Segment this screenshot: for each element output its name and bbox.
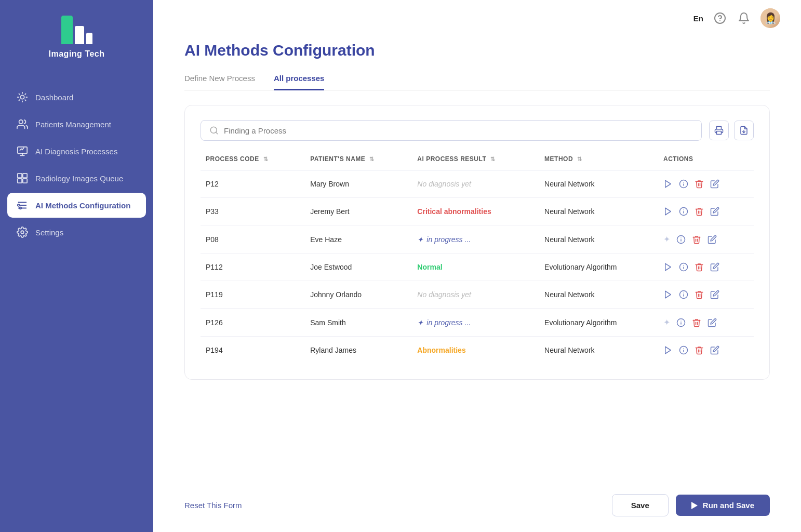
table-row: P194Ryland JamesAbnormalitiesNeural Netw… bbox=[201, 337, 754, 364]
export-button[interactable] bbox=[734, 121, 754, 140]
play-button-row-3[interactable] bbox=[663, 262, 673, 272]
info-button-row-0[interactable] bbox=[679, 179, 688, 189]
delete-button-row-5[interactable] bbox=[692, 318, 701, 327]
cell-code: P12 bbox=[201, 170, 305, 198]
play-button-row-5[interactable]: ✦ bbox=[663, 317, 670, 327]
delete-button-row-0[interactable] bbox=[695, 179, 704, 189]
help-icon[interactable] bbox=[713, 11, 727, 25]
notifications-icon[interactable] bbox=[737, 11, 751, 25]
page-footer: Reset This Form Save Run and Save bbox=[153, 483, 801, 532]
cell-result: Normal bbox=[412, 254, 539, 281]
radiology-icon bbox=[17, 172, 28, 184]
svg-point-1 bbox=[19, 120, 23, 124]
ai-diagnosis-icon bbox=[17, 145, 28, 157]
edit-button-row-5[interactable] bbox=[707, 318, 717, 327]
cell-result: ✦in progress ... bbox=[412, 225, 539, 254]
avatar-image: 👩‍⚕️ bbox=[760, 8, 780, 28]
search-icon bbox=[209, 126, 219, 135]
table-row: P126Sam Smith✦in progress ...Evolutionar… bbox=[201, 309, 754, 337]
table-row: P112Joe EstwoodNormalEvolutionary Algori… bbox=[201, 254, 754, 281]
svg-point-13 bbox=[21, 231, 24, 234]
cell-actions bbox=[658, 254, 754, 281]
tab-all-processes[interactable]: All processes bbox=[274, 74, 325, 90]
play-button-row-0[interactable] bbox=[663, 179, 673, 189]
main-content: En 👩‍⚕️ AI Methods Configuration Define … bbox=[153, 0, 801, 532]
tab-define-new-process[interactable]: Define New Process bbox=[184, 74, 255, 90]
sidebar-label-settings: Settings bbox=[35, 228, 63, 237]
edit-button-row-2[interactable] bbox=[707, 235, 717, 244]
topbar: En 👩‍⚕️ bbox=[153, 0, 801, 36]
sort-icon-result[interactable]: ⇅ bbox=[490, 156, 496, 162]
cell-actions bbox=[658, 170, 754, 198]
sidebar-label-ai-methods: AI Methods Configuration bbox=[35, 201, 130, 210]
search-input-wrap[interactable] bbox=[201, 120, 702, 141]
page-title: AI Methods Configuration bbox=[184, 42, 770, 59]
footer-buttons: Save Run and Save bbox=[612, 494, 770, 516]
play-button-row-4[interactable] bbox=[663, 290, 673, 299]
cell-name: Jeremy Bert bbox=[305, 198, 412, 225]
info-button-row-6[interactable] bbox=[679, 345, 688, 355]
cell-result: Abnormalities bbox=[412, 337, 539, 364]
sidebar-item-ai-diagnosis[interactable]: AI Diagnosis Processes bbox=[7, 139, 146, 164]
info-button-row-5[interactable] bbox=[676, 318, 686, 327]
edit-button-row-6[interactable] bbox=[710, 345, 719, 355]
svg-marker-33 bbox=[665, 263, 671, 271]
info-button-row-4[interactable] bbox=[679, 290, 688, 299]
delete-button-row-1[interactable] bbox=[695, 207, 704, 216]
page-content: AI Methods Configuration Define New Proc… bbox=[153, 36, 801, 483]
sidebar-item-settings[interactable]: Settings bbox=[7, 220, 146, 245]
edit-button-row-4[interactable] bbox=[710, 290, 719, 299]
cell-method: Neural Network bbox=[539, 198, 658, 225]
save-button[interactable]: Save bbox=[612, 494, 669, 516]
svg-marker-26 bbox=[665, 208, 671, 215]
language-selector[interactable]: En bbox=[693, 14, 703, 23]
sidebar-label-dashboard: Dashboard bbox=[35, 93, 73, 102]
play-button-row-1[interactable] bbox=[663, 207, 673, 216]
play-button-row-6[interactable] bbox=[663, 345, 673, 355]
svg-line-17 bbox=[216, 132, 217, 134]
sort-icon-code[interactable]: ⇅ bbox=[263, 156, 269, 162]
info-button-row-1[interactable] bbox=[679, 207, 688, 216]
delete-button-row-3[interactable] bbox=[695, 262, 704, 272]
sort-icon-method[interactable]: ⇅ bbox=[577, 156, 582, 162]
col-header-result: AI PROCESS RESULT ⇅ bbox=[412, 155, 539, 170]
delete-button-row-2[interactable] bbox=[692, 235, 701, 244]
cell-method: Neural Network bbox=[539, 281, 658, 309]
delete-button-row-4[interactable] bbox=[695, 290, 704, 299]
sort-icon-name[interactable]: ⇅ bbox=[369, 156, 375, 162]
tabs: Define New Process All processes bbox=[184, 74, 770, 90]
info-button-row-3[interactable] bbox=[679, 262, 688, 272]
cell-name: Sam Smith bbox=[305, 309, 412, 337]
sidebar-item-patients[interactable]: Patients Management bbox=[7, 112, 146, 137]
edit-button-row-0[interactable] bbox=[710, 179, 719, 189]
play-button-row-2[interactable]: ✦ bbox=[663, 234, 670, 244]
cell-name: Eve Haze bbox=[305, 225, 412, 254]
cell-actions: ✦ bbox=[658, 309, 754, 337]
edit-button-row-1[interactable] bbox=[710, 207, 719, 216]
sidebar-item-ai-methods[interactable]: AI Methods Configuration bbox=[7, 193, 146, 218]
settings-icon bbox=[17, 227, 28, 238]
table-card: PROCESS CODE ⇅ PATIENT'S NAME ⇅ AI PROCE… bbox=[184, 105, 770, 380]
avatar[interactable]: 👩‍⚕️ bbox=[760, 8, 780, 28]
delete-button-row-6[interactable] bbox=[695, 345, 704, 355]
print-button[interactable] bbox=[709, 121, 729, 140]
edit-button-row-3[interactable] bbox=[710, 262, 719, 272]
info-button-row-2[interactable] bbox=[676, 235, 686, 244]
cell-result: No diagnosis yet bbox=[412, 281, 539, 309]
run-save-button[interactable]: Run and Save bbox=[676, 495, 770, 516]
run-save-label: Run and Save bbox=[703, 501, 754, 510]
sidebar-item-radiology[interactable]: Radiology Images Queue bbox=[7, 166, 146, 191]
search-row bbox=[201, 120, 754, 141]
reset-link[interactable]: Reset This Form bbox=[184, 501, 242, 510]
svg-marker-22 bbox=[665, 180, 671, 188]
search-input[interactable] bbox=[224, 126, 693, 135]
svg-rect-2 bbox=[18, 147, 27, 154]
svg-point-10 bbox=[18, 204, 20, 206]
table-row: P12Mary BrownNo diagnosis yetNeural Netw… bbox=[201, 170, 754, 198]
cell-actions: ✦ bbox=[658, 225, 754, 254]
cell-code: P119 bbox=[201, 281, 305, 309]
table-row: P08Eve Haze✦in progress ...Neural Networ… bbox=[201, 225, 754, 254]
cell-actions bbox=[658, 281, 754, 309]
sidebar-item-dashboard[interactable]: Dashboard bbox=[7, 85, 146, 110]
cell-result: No diagnosis yet bbox=[412, 170, 539, 198]
